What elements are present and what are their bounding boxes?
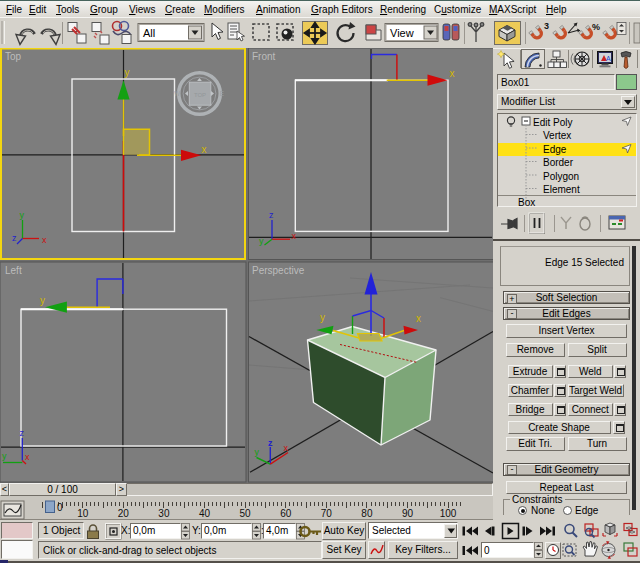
svg-text:90: 90 [402,508,414,519]
svg-text:y: y [40,295,45,306]
svg-text:y: y [20,210,25,220]
svg-text:30: 30 [158,508,170,519]
svg-text:TOP: TOP [194,92,206,98]
svg-text:20: 20 [118,508,130,519]
svg-text:x: x [292,231,297,241]
svg-text:x: x [202,144,207,155]
svg-text:View: View [390,27,414,39]
svg-text:y: y [320,312,325,323]
svg-text:40: 40 [199,508,211,519]
svg-text:x: x [25,452,30,462]
svg-text:x: x [450,68,455,79]
svg-text:50: 50 [240,508,252,519]
svg-text:All: All [143,27,155,39]
svg-text:Top: Top [5,51,22,62]
svg-text:100: 100 [440,508,457,519]
svg-text:y: y [125,67,130,78]
svg-text:z: z [12,233,17,243]
svg-text:x: x [284,443,289,453]
svg-text:W: W [174,90,181,97]
svg-text:z: z [20,428,25,438]
svg-text:A: A [606,55,611,62]
svg-text:y: y [259,236,264,246]
svg-text:3: 3 [544,21,549,31]
svg-text:x: x [42,235,47,245]
svg-text:0: 0 [57,502,63,513]
svg-text:%: % [592,22,600,32]
svg-text:x: x [416,313,421,324]
svg-text:60: 60 [280,508,292,519]
svg-text:y: y [255,447,260,457]
svg-text:z: z [269,210,274,220]
svg-text:80: 80 [361,508,373,519]
svg-text:z: z [268,438,273,448]
svg-text:Front: Front [252,51,276,62]
svg-text:70: 70 [321,508,333,519]
svg-text:10: 10 [77,508,89,519]
svg-text:E: E [220,90,225,97]
svg-text:y: y [2,451,7,461]
